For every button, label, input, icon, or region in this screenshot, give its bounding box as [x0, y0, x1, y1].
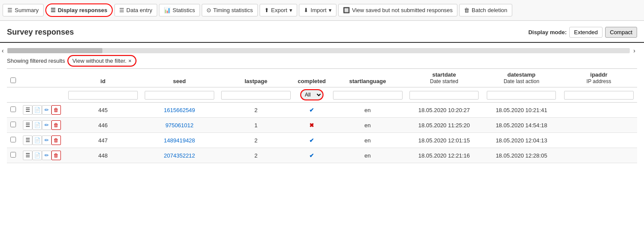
view-saved-icon: 🔲	[343, 7, 350, 13]
nav-summary[interactable]: ☰ Summary	[3, 4, 44, 16]
delete-response-button[interactable]: 🗑	[51, 151, 61, 160]
row-startdate-cell: 18.05.2020 12:01:15	[406, 133, 482, 148]
row-id-cell: 448	[65, 148, 141, 163]
export-icon: ⬆	[264, 7, 269, 13]
nav-export[interactable]: ⬆ Export	[260, 4, 298, 16]
mode-compact-button[interactable]: Compact	[605, 27, 637, 38]
filter-completed-cell: All Yes No	[294, 87, 330, 103]
seed-link[interactable]: 1489419428	[164, 137, 195, 144]
col-ipaddr: ipaddr IP address	[561, 69, 637, 87]
summary-icon: ☰	[7, 7, 13, 13]
row-seed-cell: 975061012	[141, 118, 218, 133]
col-startlanguage: startlanguage	[330, 69, 406, 87]
filter-startdate-input[interactable]	[409, 91, 479, 100]
table-body: ☰📄✏🗑44516156625492✔en18.05.2020 10:20:27…	[7, 103, 637, 163]
row-startlanguage-cell: en	[330, 103, 406, 118]
delete-response-button[interactable]: 🗑	[51, 105, 61, 115]
display-mode-controls: Display mode: Extended Compact	[528, 27, 637, 38]
table-filter-row: All Yes No	[7, 87, 637, 103]
completed-cross-icon: ✖	[309, 122, 314, 129]
nav-statistics[interactable]: 📊 Statistics	[159, 4, 200, 16]
view-response-button[interactable]: ☰	[23, 105, 32, 115]
row-checkbox-cell	[7, 148, 19, 163]
row-seed-cell: 1489419428	[141, 133, 218, 148]
filter-checkbox-cell	[7, 87, 19, 103]
filter-ipaddr-input[interactable]	[564, 91, 634, 100]
row-completed-cell: ✔	[294, 103, 330, 118]
edit-response-button[interactable]: ✏	[42, 135, 51, 145]
nav-data-entry[interactable]: ☰ Data entry	[114, 4, 157, 16]
row-checkbox[interactable]	[10, 152, 16, 158]
nav-batch-deletion[interactable]: 🗑 Batch deletion	[459, 4, 512, 16]
filter-ipaddr-cell	[561, 87, 637, 103]
col-datestamp: datestamp Date last action	[482, 69, 561, 87]
filter-startlanguage-input[interactable]	[333, 91, 403, 100]
filter-datestamp-input[interactable]	[487, 91, 556, 100]
nav-import[interactable]: ⬇ Import	[299, 4, 336, 16]
delete-response-button[interactable]: 🗑	[51, 135, 61, 145]
display-mode-label: Display mode:	[528, 29, 567, 35]
import-icon: ⬇	[304, 7, 308, 13]
row-id-cell: 446	[65, 118, 141, 133]
page-title: Survey responses	[7, 28, 74, 37]
row-datestamp-cell: 18.05.2020 12:04:13	[482, 133, 561, 148]
row-lastpage-cell: 2	[218, 133, 294, 148]
filter-id-input[interactable]	[68, 91, 138, 100]
row-ipaddr-cell	[561, 118, 637, 133]
horizontal-scrollbar[interactable]	[7, 48, 630, 53]
scroll-right-arrow[interactable]: ›	[631, 47, 637, 54]
completed-check-icon: ✔	[309, 152, 314, 159]
export-response-button[interactable]: 📄	[32, 151, 42, 160]
seed-link[interactable]: 975061012	[165, 122, 194, 129]
display-responses-icon: ☰	[51, 7, 56, 13]
row-completed-cell: ✖	[294, 118, 330, 133]
edit-response-button[interactable]: ✏	[42, 120, 51, 130]
edit-response-button[interactable]: ✏	[42, 105, 51, 115]
col-id: id	[65, 69, 141, 87]
row-id-cell: 447	[65, 133, 141, 148]
filter-close-icon[interactable]: ×	[128, 58, 132, 64]
filter-completed-select[interactable]: All Yes No	[301, 90, 323, 100]
row-actions-cell: ☰📄✏🗑	[19, 118, 65, 133]
export-response-button[interactable]: 📄	[32, 135, 42, 145]
statistics-icon: 📊	[164, 7, 171, 13]
row-startdate-cell: 18.05.2020 12:21:16	[406, 148, 482, 163]
filter-lastpage-input[interactable]	[221, 91, 291, 100]
nav-view-saved[interactable]: 🔲 View saved but not submitted responses	[338, 4, 457, 16]
row-checkbox-cell	[7, 118, 19, 133]
col-checkbox	[7, 69, 19, 87]
row-lastpage-cell: 1	[218, 118, 294, 133]
row-checkbox[interactable]	[10, 137, 16, 142]
row-datestamp-cell: 18.05.2020 10:21:41	[482, 103, 561, 118]
scroll-left-arrow[interactable]: ‹	[0, 47, 6, 54]
view-without-filter-button[interactable]: View without the filter. ×	[68, 56, 135, 66]
nav-display-responses[interactable]: ☰ Display responses	[45, 3, 113, 17]
view-response-button[interactable]: ☰	[23, 120, 32, 130]
delete-response-button[interactable]: 🗑	[51, 120, 61, 130]
mode-extended-button[interactable]: Extended	[569, 27, 603, 38]
filter-lastpage-cell	[218, 87, 294, 103]
seed-link[interactable]: 1615662549	[164, 107, 195, 113]
edit-response-button[interactable]: ✏	[42, 151, 51, 160]
page-header: Survey responses Display mode: Extended …	[0, 21, 644, 43]
row-startdate-cell: 18.05.2020 10:20:27	[406, 103, 482, 118]
row-seed-cell: 1615662549	[141, 103, 218, 118]
completed-check-icon: ✔	[309, 107, 314, 113]
export-response-button[interactable]: 📄	[32, 120, 42, 130]
filter-row: Showing filtered results View without th…	[0, 54, 644, 68]
row-checkbox[interactable]	[10, 122, 16, 127]
row-checkbox[interactable]	[10, 106, 16, 112]
row-checkbox-cell	[7, 133, 19, 148]
col-actions	[19, 69, 65, 87]
export-response-button[interactable]: 📄	[32, 105, 42, 115]
responses-table: id seed lastpage completed startlanguage…	[7, 68, 637, 163]
row-lastpage-cell: 2	[218, 148, 294, 163]
seed-link[interactable]: 2074352212	[164, 152, 195, 159]
filter-seed-input[interactable]	[145, 91, 214, 100]
row-datestamp-cell: 18.05.2020 12:28:05	[482, 148, 561, 163]
nav-timing-statistics[interactable]: ⊙ Timing statistics	[202, 4, 258, 16]
view-response-button[interactable]: ☰	[23, 135, 32, 145]
view-response-button[interactable]: ☰	[23, 151, 32, 160]
select-all-checkbox[interactable]	[10, 77, 16, 83]
table-row: ☰📄✏🗑44714894194282✔en18.05.2020 12:01:15…	[7, 133, 637, 148]
